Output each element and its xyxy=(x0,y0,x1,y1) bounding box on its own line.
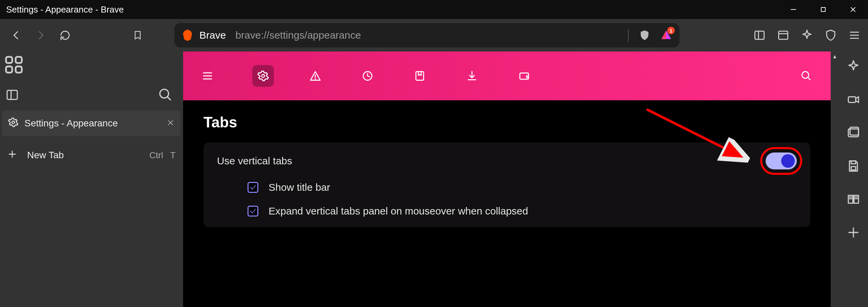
wallet-toolbar-icon[interactable] xyxy=(777,29,789,41)
show-title-bar-checkbox[interactable] xyxy=(248,182,258,193)
new-tab-button[interactable]: New Tab Ctrl T xyxy=(0,142,183,168)
bookmark-button[interactable] xyxy=(128,26,147,45)
right-sidebar xyxy=(839,52,868,307)
svg-point-29 xyxy=(262,75,265,78)
address-divider xyxy=(628,29,629,42)
content-column: Tabs Use vertical tabs Show title bar xyxy=(183,52,868,307)
setting-expand-on-hover-row: Expand vertical tabs panel on mouseover … xyxy=(217,205,797,217)
window-controls xyxy=(778,0,868,19)
nav-history-icon[interactable] xyxy=(357,65,378,87)
nav-downloads-icon[interactable] xyxy=(461,65,483,87)
reload-button[interactable] xyxy=(56,26,74,44)
tab-title: Settings - Appearance xyxy=(24,118,118,129)
save-disk-icon[interactable] xyxy=(847,159,860,173)
setting-vertical-tabs-label: Use vertical tabs xyxy=(217,155,292,167)
expand-on-hover-checkbox[interactable] xyxy=(248,206,258,217)
setting-show-title-bar-row: Show title bar xyxy=(217,182,797,193)
svg-rect-46 xyxy=(851,167,855,170)
svg-marker-5 xyxy=(662,30,666,39)
new-tab-shortcut: Ctrl T xyxy=(149,150,176,161)
talk-video-icon[interactable] xyxy=(847,93,860,106)
tabs-settings-card: Use vertical tabs Show title bar xyxy=(203,142,810,227)
maximize-button[interactable] xyxy=(808,0,838,19)
section-title-tabs: Tabs xyxy=(203,114,810,131)
window-titlebar: Settings - Appearance - Brave xyxy=(0,0,868,19)
nav-warning-icon[interactable] xyxy=(304,65,326,87)
sidebar-toggle-icon[interactable] xyxy=(753,29,766,41)
rewards-badge: 1 xyxy=(667,27,675,34)
expand-on-hover-label: Expand vertical tabs panel on mouseover … xyxy=(269,205,528,217)
address-url: brave://settings/appearance xyxy=(235,29,361,41)
browser-toolbar: Brave brave://settings/appearance 1 xyxy=(0,19,868,52)
new-tab-label: New Tab xyxy=(27,150,64,161)
panel-toggle-icon[interactable] xyxy=(5,88,19,102)
forward-button[interactable] xyxy=(32,26,50,44)
settings-top-nav xyxy=(183,52,831,100)
hamburger-menu-icon[interactable] xyxy=(197,65,218,87)
add-panel-icon[interactable] xyxy=(847,226,860,239)
svg-point-21 xyxy=(12,121,15,124)
shields-icon[interactable] xyxy=(639,29,650,41)
plus-icon xyxy=(7,149,17,161)
tab-close-icon[interactable] xyxy=(167,118,174,129)
svg-line-20 xyxy=(167,97,171,100)
svg-point-31 xyxy=(315,79,315,79)
address-brand: Brave xyxy=(199,29,226,41)
svg-rect-33 xyxy=(416,71,424,80)
toolbar-right xyxy=(753,29,861,41)
svg-rect-13 xyxy=(6,57,12,63)
setting-vertical-tabs-row: Use vertical tabs xyxy=(217,152,797,169)
brave-lion-icon xyxy=(182,29,193,41)
close-window-button[interactable] xyxy=(838,0,868,19)
sparkle-icon[interactable] xyxy=(847,60,860,73)
settings-content: Tabs Use vertical tabs Show title bar xyxy=(183,100,831,307)
back-button[interactable] xyxy=(7,26,25,44)
svg-rect-14 xyxy=(16,57,22,63)
app-menu-icon[interactable] xyxy=(848,29,861,41)
window-title: Settings - Appearance - Brave xyxy=(6,4,124,15)
main-area: Settings - Appearance New Tab Ctrl T xyxy=(0,52,868,307)
svg-line-38 xyxy=(808,77,810,80)
vertical-tabs-toggle[interactable] xyxy=(766,152,797,169)
tab-settings-appearance[interactable]: Settings - Appearance xyxy=(2,110,180,136)
toggle-knob xyxy=(781,154,795,168)
nav-wallet-icon[interactable] xyxy=(513,65,535,87)
rewards-icon[interactable]: 1 xyxy=(660,29,672,41)
svg-rect-16 xyxy=(16,66,22,73)
svg-rect-8 xyxy=(779,31,788,39)
svg-rect-15 xyxy=(6,66,12,73)
svg-marker-42 xyxy=(856,97,859,103)
svg-rect-6 xyxy=(755,31,764,39)
content-scrollbar[interactable]: ▲ xyxy=(831,52,839,307)
svg-rect-1 xyxy=(821,7,825,12)
nav-search-icon[interactable] xyxy=(795,65,817,87)
content-main: Tabs Use vertical tabs Show title bar xyxy=(183,52,831,307)
minimize-button[interactable] xyxy=(778,0,808,19)
leo-ai-icon[interactable] xyxy=(801,29,813,41)
show-title-bar-label: Show title bar xyxy=(269,182,330,193)
gear-icon xyxy=(8,117,18,130)
vpn-shield-icon[interactable] xyxy=(825,29,837,41)
tabs-search-icon[interactable] xyxy=(158,87,173,102)
nav-bookmarks-icon[interactable] xyxy=(409,65,431,87)
apps-grid-icon[interactable] xyxy=(3,54,24,75)
nav-settings-icon[interactable] xyxy=(252,65,274,87)
reading-list-icon[interactable] xyxy=(847,192,860,206)
scroll-up-icon[interactable]: ▲ xyxy=(832,54,837,60)
svg-rect-41 xyxy=(848,97,856,103)
vertical-tabs-panel: Settings - Appearance New Tab Ctrl T xyxy=(0,52,183,307)
tab-overview-icon[interactable] xyxy=(847,126,860,140)
address-bar[interactable]: Brave brave://settings/appearance 1 xyxy=(174,23,679,47)
tabs-panel-header xyxy=(0,83,183,107)
svg-rect-45 xyxy=(851,161,855,164)
svg-rect-17 xyxy=(7,90,17,100)
